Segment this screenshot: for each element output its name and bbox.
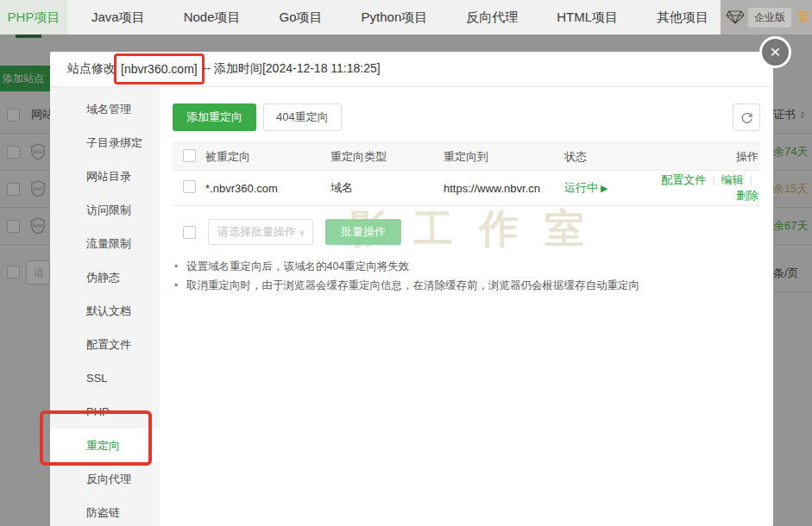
sidebar-item-domain-manage[interactable]: 域名管理 bbox=[50, 92, 160, 126]
col-status: 状态 bbox=[564, 149, 655, 165]
top-nav: PHP项目 Java项目 Node项目 Go项目 Python项目 反向代理 H… bbox=[0, 0, 812, 34]
modal-title-suffix: -- 添加时间[2024-12-18 11:18:25] bbox=[203, 61, 381, 77]
tab-python[interactable]: Python项目 bbox=[362, 9, 428, 26]
redirect-target: https://www.nbvr.cn bbox=[444, 182, 564, 195]
modal-title-domain: [nbvr360.com] bbox=[121, 62, 198, 76]
batch-operation-button[interactable]: 批量操作 bbox=[325, 219, 401, 245]
tab-go[interactable]: Go项目 bbox=[280, 9, 323, 26]
col-type: 重定向类型 bbox=[330, 149, 444, 165]
table-select-all-checkbox[interactable] bbox=[183, 149, 196, 162]
chevron-down-icon: ∨ bbox=[299, 227, 305, 238]
sidebar-item-config-file[interactable]: 配置文件 bbox=[50, 328, 160, 361]
sidebar-item-default-doc[interactable]: 默认文档 bbox=[50, 294, 160, 328]
sidebar-item-subdir-bind[interactable]: 子目录绑定 bbox=[50, 126, 160, 160]
batch-operation-bar: 请选择批量操作 ∨ 批量操作 bbox=[173, 219, 760, 245]
sidebar-item-rewrite[interactable]: 伪静态 bbox=[50, 260, 160, 294]
tab-node[interactable]: Node项目 bbox=[184, 9, 241, 26]
tab-html[interactable]: HTML项目 bbox=[557, 9, 618, 26]
batch-select-placeholder: 请选择批量操作 bbox=[217, 224, 296, 240]
modal-content: 影工作室 添加重定向 404重定向 bbox=[160, 87, 773, 526]
annotation-box-domain: [nbvr360.com] bbox=[114, 53, 205, 85]
tab-reverse-proxy[interactable]: 反向代理 bbox=[466, 9, 518, 26]
sidebar-item-traffic-limit[interactable]: 流量限制 bbox=[50, 227, 160, 260]
app-root: PHP项目 Java项目 Node项目 Go项目 Python项目 反向代理 H… bbox=[0, 0, 812, 526]
batch-checkbox[interactable] bbox=[183, 226, 196, 239]
refresh-button[interactable] bbox=[733, 103, 760, 131]
close-icon: × bbox=[770, 41, 780, 61]
action-separator: | bbox=[712, 173, 714, 186]
col-actions: 操作 bbox=[655, 149, 760, 165]
tab-other[interactable]: 其他项目 bbox=[657, 9, 708, 26]
nav-right-group: 企业版 安 bbox=[721, 0, 812, 34]
note-item: 设置域名重定向后，该域名的404重定向将失效 bbox=[173, 257, 760, 276]
redirect-type: 域名 bbox=[330, 180, 444, 196]
close-button[interactable]: × bbox=[759, 36, 791, 68]
redirect-notes: 设置域名重定向后，该域名的404重定向将失效 取消重定向时，由于浏览器会缓存重定… bbox=[173, 257, 760, 295]
col-source: 被重定向 bbox=[205, 149, 330, 165]
redirect-source: *.nbvr360.com bbox=[205, 182, 330, 195]
sidebar-item-ssl[interactable]: SSL bbox=[50, 361, 160, 395]
corner-text: 安 bbox=[797, 9, 809, 25]
site-modify-modal: 站点修改[nbvr360.com] -- 添加时间[2024-12-18 11:… bbox=[50, 52, 773, 526]
row-checkbox[interactable] bbox=[183, 180, 196, 193]
play-icon: ▶ bbox=[601, 183, 607, 193]
sidebar-item-reverse-proxy[interactable]: 反向代理 bbox=[50, 462, 160, 496]
sidebar-item-access-limit[interactable]: 访问限制 bbox=[50, 193, 160, 227]
redirect-table-header: 被重定向 重定向类型 重定向到 状态 操作 bbox=[173, 142, 760, 171]
status-running[interactable]: 运行中▶ bbox=[564, 180, 655, 196]
sidebar-item-redirect[interactable]: 重定向 bbox=[50, 429, 160, 462]
modal-title: 站点修改[nbvr360.com] -- 添加时间[2024-12-18 11:… bbox=[50, 52, 773, 87]
col-target: 重定向到 bbox=[444, 149, 564, 165]
modal-title-prefix: 站点修改 bbox=[67, 61, 116, 77]
sidebar-item-hotlink[interactable]: 防盗链 bbox=[50, 496, 160, 526]
sidebar-item-site-dir[interactable]: 网站目录 bbox=[50, 160, 160, 193]
action-separator: | bbox=[750, 173, 752, 186]
note-item: 取消重定向时，由于浏览器会缓存重定向信息，在清除缓存前，浏览器仍会根据缓存自动重… bbox=[173, 276, 760, 295]
sidebar-item-php[interactable]: PHP bbox=[50, 395, 160, 429]
enterprise-badge[interactable]: 企业版 bbox=[748, 8, 791, 28]
delete-link[interactable]: 删除 bbox=[736, 189, 758, 202]
gem-icon bbox=[726, 10, 745, 24]
redirect-table: 被重定向 重定向类型 重定向到 状态 操作 *.nbvr360.com 域名 h… bbox=[173, 142, 760, 206]
redirect-404-button[interactable]: 404重定向 bbox=[263, 103, 342, 131]
batch-operation-select[interactable]: 请选择批量操作 ∨ bbox=[208, 219, 313, 245]
redirect-table-row: *.nbvr360.com 域名 https://www.nbvr.cn 运行中… bbox=[173, 171, 760, 206]
add-redirect-button[interactable]: 添加重定向 bbox=[173, 103, 256, 131]
redirect-toolbar: 添加重定向 404重定向 bbox=[173, 103, 760, 131]
config-file-link[interactable]: 配置文件 bbox=[661, 173, 706, 186]
tab-php[interactable]: PHP项目 bbox=[0, 0, 67, 34]
modal-sidebar: 域名管理 子目录绑定 网站目录 访问限制 流量限制 伪静态 默认文档 配置文件 … bbox=[50, 87, 160, 526]
refresh-icon bbox=[740, 111, 753, 124]
tab-java[interactable]: Java项目 bbox=[91, 9, 145, 26]
edit-link[interactable]: 编辑 bbox=[721, 173, 744, 186]
